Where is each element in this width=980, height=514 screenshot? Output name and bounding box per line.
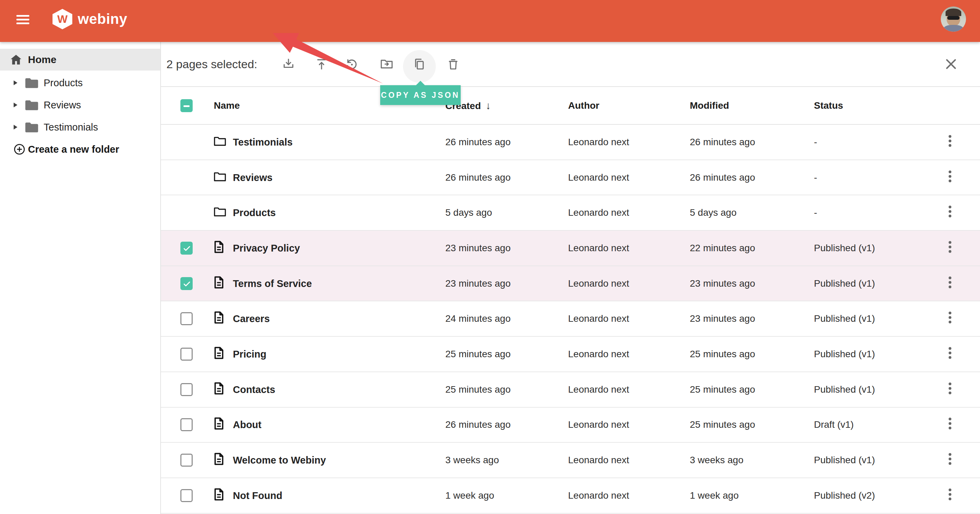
table-row[interactable]: Careers 24 minutes ago Leonardo next 23 …: [161, 301, 980, 337]
folder-icon: [213, 135, 226, 147]
brand-wordmark: webiny: [78, 11, 127, 27]
row-checkbox[interactable]: [180, 312, 192, 325]
restore-icon[interactable]: [345, 58, 358, 71]
document-icon: [213, 311, 224, 324]
row-created: 26 minutes ago: [445, 137, 511, 148]
kebab-menu-icon: [948, 205, 952, 219]
home-icon: [10, 54, 22, 65]
create-folder-button[interactable]: Create a new folder: [0, 142, 160, 157]
row-created: 23 minutes ago: [445, 243, 511, 254]
document-icon: [213, 453, 224, 466]
row-checkbox[interactable]: [180, 418, 192, 431]
row-menu-button[interactable]: [948, 417, 952, 433]
kebab-menu-icon: [948, 240, 952, 254]
chevron-right-icon[interactable]: [14, 125, 18, 130]
folder-icon: [213, 206, 226, 217]
row-menu-button[interactable]: [948, 346, 952, 362]
row-status: Published (v1): [814, 349, 875, 360]
row-status: Published (v1): [814, 278, 875, 289]
kebab-menu-icon: [948, 381, 952, 395]
column-header-status[interactable]: Status: [814, 100, 843, 111]
kebab-menu-icon: [948, 311, 952, 325]
column-header-author[interactable]: Author: [568, 100, 600, 111]
row-checkbox[interactable]: [180, 383, 192, 396]
table-row[interactable]: Not Found 1 week ago Leonardo next 1 wee…: [161, 478, 980, 514]
table-row[interactable]: Testimonials 26 minutes ago Leonardo nex…: [161, 125, 980, 160]
sidebar-item-reviews[interactable]: Reviews: [0, 94, 160, 116]
row-created: 25 minutes ago: [445, 384, 511, 395]
row-name[interactable]: Testimonials: [233, 136, 293, 148]
table-row[interactable]: Terms of Service 23 minutes ago Leonardo…: [161, 266, 980, 301]
row-name[interactable]: Reviews: [233, 172, 272, 183]
table-row[interactable]: Products 5 days ago Leonardo next 5 days…: [161, 195, 980, 231]
sidebar-item-testimonials[interactable]: Testimonials: [0, 116, 160, 138]
table-row[interactable]: About 26 minutes ago Leonardo next 25 mi…: [161, 408, 980, 443]
delete-icon[interactable]: [447, 58, 460, 71]
row-checkbox[interactable]: [180, 347, 192, 361]
kebab-menu-icon: [948, 452, 952, 466]
download-icon[interactable]: [282, 58, 295, 71]
row-menu-button[interactable]: [948, 452, 952, 468]
row-modified: 26 minutes ago: [690, 137, 755, 148]
row-name[interactable]: Pricing: [233, 348, 266, 360]
close-icon[interactable]: [944, 57, 958, 71]
chevron-right-icon[interactable]: [14, 103, 18, 107]
row-menu-button[interactable]: [948, 170, 952, 186]
row-name[interactable]: Careers: [233, 313, 270, 325]
row-checkbox[interactable]: [180, 277, 192, 290]
row-name[interactable]: Terms of Service: [233, 278, 312, 289]
check-icon: [183, 280, 191, 288]
page-list-panel: 2 pages selected: COPY AS JSON Name Crea…: [161, 42, 980, 514]
table-body: Testimonials 26 minutes ago Leonardo nex…: [161, 125, 980, 514]
chevron-right-icon[interactable]: [14, 81, 18, 85]
publish-icon[interactable]: [315, 58, 328, 71]
table-row[interactable]: Privacy Policy 23 minutes ago Leonardo n…: [161, 231, 980, 266]
table-row[interactable]: Contacts 25 minutes ago Leonardo next 25…: [161, 372, 980, 408]
column-header-modified[interactable]: Modified: [690, 100, 729, 111]
row-name[interactable]: Not Found: [233, 490, 282, 501]
row-status: Published (v2): [814, 490, 875, 501]
table-row[interactable]: Pricing 25 minutes ago Leonardo next 25 …: [161, 337, 980, 372]
select-all-checkbox[interactable]: [180, 99, 192, 112]
row-author: Leonardo next: [568, 243, 629, 254]
row-menu-button[interactable]: [948, 311, 952, 327]
row-checkbox[interactable]: [180, 242, 192, 255]
row-name[interactable]: Products: [233, 207, 276, 219]
kebab-menu-icon: [948, 170, 952, 183]
row-created: 23 minutes ago: [445, 278, 511, 289]
row-author: Leonardo next: [568, 455, 629, 466]
row-checkbox[interactable]: [180, 489, 192, 502]
sidebar-item-home[interactable]: Home: [0, 49, 160, 71]
row-checkbox[interactable]: [180, 454, 192, 466]
row-menu-button[interactable]: [948, 240, 952, 256]
menu-icon[interactable]: [16, 15, 29, 25]
sidebar-item-products[interactable]: Products: [0, 71, 160, 94]
webiny-logo[interactable]: W webiny: [52, 9, 127, 29]
document-icon: [213, 417, 224, 430]
row-name[interactable]: Contacts: [233, 384, 275, 395]
sidebar-item-label: Reviews: [44, 99, 81, 110]
row-name[interactable]: Privacy Policy: [233, 242, 300, 254]
row-modified: 3 weeks ago: [690, 455, 743, 466]
column-header-name[interactable]: Name: [214, 100, 240, 111]
row-modified: 25 minutes ago: [690, 419, 755, 430]
table-row[interactable]: Welcome to Webiny 3 weeks ago Leonardo n…: [161, 443, 980, 478]
row-menu-button[interactable]: [948, 134, 952, 150]
row-menu-button[interactable]: [948, 205, 952, 221]
table-row[interactable]: Reviews 26 minutes ago Leonardo next 26 …: [161, 160, 980, 196]
move-to-folder-icon[interactable]: [380, 58, 393, 71]
sort-descending-icon: ↓: [485, 100, 491, 111]
row-author: Leonardo next: [568, 384, 629, 395]
avatar[interactable]: [941, 6, 966, 32]
kebab-menu-icon: [948, 487, 952, 501]
row-name[interactable]: Welcome to Webiny: [233, 455, 326, 466]
document-icon: [213, 240, 224, 253]
row-author: Leonardo next: [568, 490, 629, 501]
copy-icon[interactable]: [413, 58, 426, 71]
row-menu-button[interactable]: [948, 275, 952, 292]
row-menu-button[interactable]: [948, 487, 952, 503]
document-icon: [213, 488, 224, 501]
row-menu-button[interactable]: [948, 381, 952, 397]
row-name[interactable]: About: [233, 419, 261, 430]
table-header: Name Created↓ Author Modified Status: [161, 86, 980, 125]
